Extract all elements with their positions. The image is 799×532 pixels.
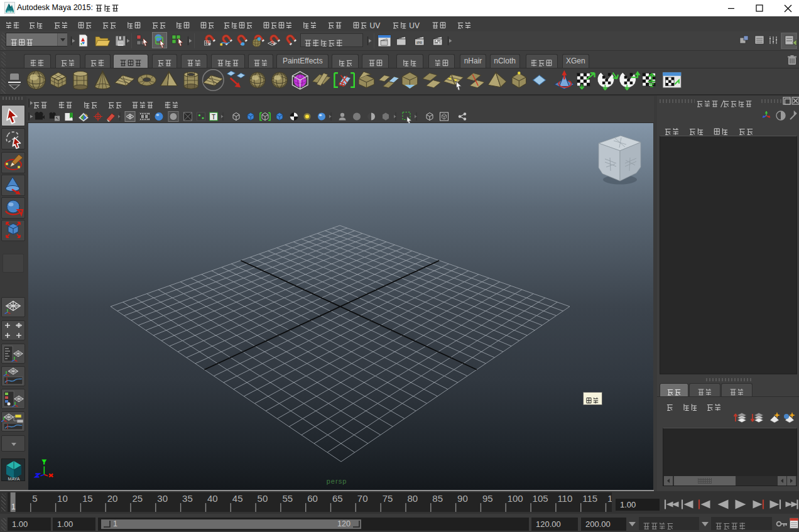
svg-text:120: 120 [607,493,612,504]
svg-text:75: 75 [383,493,393,504]
svg-text:95: 95 [482,493,493,504]
svg-text:30: 30 [157,493,168,504]
svg-text:35: 35 [182,493,193,504]
svg-text:20: 20 [107,493,118,504]
svg-text:85: 85 [432,493,443,504]
svg-text:60: 60 [307,493,318,504]
svg-text:15: 15 [82,493,93,504]
svg-text:100: 100 [508,493,523,504]
svg-text:5: 5 [32,493,37,504]
svg-text:1: 1 [11,502,16,511]
svg-text:T: T [212,114,215,121]
svg-text:10: 10 [57,493,68,504]
svg-text:65: 65 [332,493,343,504]
svg-text:55: 55 [282,493,293,504]
svg-text:45: 45 [232,493,243,504]
svg-text:40: 40 [207,493,218,504]
svg-text:MAYA: MAYA [8,477,20,481]
svg-text:25: 25 [133,493,143,504]
svg-text:80: 80 [408,493,418,504]
svg-text:105: 105 [533,493,548,504]
svg-text:70: 70 [357,493,368,504]
svg-text:115: 115 [582,493,597,504]
svg-text:MAYA: MAYA [7,11,13,13]
svg-text:IPR: IPR [416,41,422,45]
svg-text:50: 50 [258,493,268,504]
svg-text:90: 90 [457,493,468,504]
svg-text:110: 110 [557,493,572,504]
